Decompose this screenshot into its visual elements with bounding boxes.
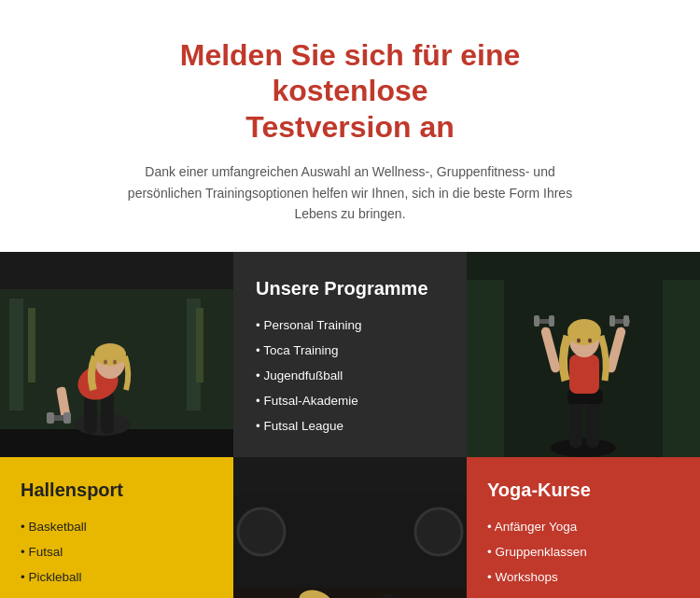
hallensport-list: Basketball Futsal Pickleball Krafttraini… (21, 514, 213, 598)
list-item: Toca Training (256, 338, 444, 363)
list-item: Krafttraining (21, 590, 213, 598)
svg-point-44 (415, 508, 462, 555)
svg-rect-21 (467, 280, 504, 457)
image-gym-right (467, 252, 700, 457)
main-grid: Unsere Programme Personal Training Toca … (0, 252, 700, 598)
svg-rect-2 (9, 299, 23, 410)
list-item: Meditation (487, 590, 679, 598)
header-subtitle: Dank einer umfangreichen Auswahl an Well… (112, 161, 588, 224)
programs-panel: Unsere Programme Personal Training Toca … (233, 252, 467, 457)
page-wrapper: Melden Sie sich für eine kostenlose Test… (0, 0, 700, 598)
programs-list: Personal Training Toca Training Jugendfu… (256, 313, 444, 438)
list-item: Basketball (21, 514, 213, 539)
yoga-panel: Yoga-Kurse Anfänger Yoga Gruppenklassen … (467, 457, 700, 598)
list-item: Futsal League (256, 413, 444, 438)
svg-point-16 (94, 343, 126, 366)
list-item: Gruppenklassen (487, 539, 679, 564)
svg-rect-5 (196, 308, 203, 382)
list-item: Workshops (487, 564, 679, 590)
svg-point-39 (588, 339, 592, 343)
list-item: Anfänger Yoga (487, 514, 679, 539)
page-title: Melden Sie sich für eine kostenlose Test… (112, 37, 588, 145)
header-section: Melden Sie sich für eine kostenlose Test… (0, 0, 700, 252)
svg-rect-32 (549, 315, 554, 327)
svg-point-38 (577, 339, 581, 343)
title-line2: Testversion an (245, 110, 454, 144)
svg-rect-24 (569, 396, 582, 448)
svg-point-37 (567, 319, 601, 345)
hallensport-title: Hallensport (21, 480, 213, 501)
svg-rect-14 (63, 412, 71, 424)
svg-point-43 (238, 508, 285, 555)
svg-rect-4 (28, 308, 35, 382)
svg-rect-25 (586, 396, 599, 448)
svg-rect-22 (663, 280, 700, 457)
svg-rect-27 (569, 355, 599, 394)
title-line1: Melden Sie sich für eine kostenlose (180, 38, 521, 107)
list-item: Futsal-Akademie (256, 388, 444, 413)
yoga-list: Anfänger Yoga Gruppenklassen Workshops M… (487, 514, 679, 598)
programs-title: Unsere Programme (256, 278, 444, 299)
list-item: Personal Training (256, 313, 444, 338)
hallensport-panel: Hallensport Basketball Futsal Pickleball… (0, 457, 233, 598)
svg-point-23 (551, 438, 616, 457)
svg-point-18 (113, 360, 117, 365)
svg-rect-13 (47, 412, 54, 424)
yoga-title: Yoga-Kurse (487, 480, 679, 501)
svg-rect-34 (609, 315, 615, 327)
svg-rect-31 (534, 315, 539, 327)
list-item: Futsal (21, 539, 213, 564)
image-gym-left (0, 252, 233, 457)
svg-rect-35 (623, 315, 629, 327)
svg-point-17 (104, 360, 107, 365)
list-item: Pickleball (21, 564, 213, 590)
list-item: Jugendfußball (256, 363, 444, 388)
image-gym-center (233, 457, 467, 598)
